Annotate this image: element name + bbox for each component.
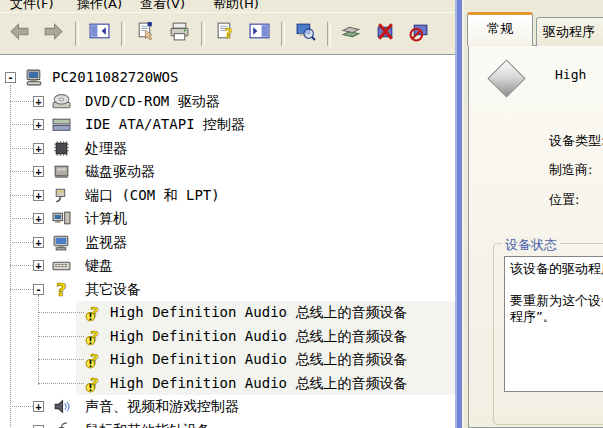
tree-item[interactable]: ?!High Definition Audio 总线上的音频设备 xyxy=(0,348,455,371)
tree-item[interactable]: +DVD/CD-ROM 驱动器 xyxy=(0,90,455,113)
tree-item[interactable]: -?其它设备 xyxy=(0,278,455,301)
tree-item-label: High Definition Audio 总线上的音频设备 xyxy=(110,325,407,348)
tree-item-label: IDE ATA/ATAPI 控制器 xyxy=(85,113,245,136)
tree-connector xyxy=(10,101,33,103)
menu-item[interactable]: 帮助(H) xyxy=(213,0,259,12)
expand-toggle[interactable]: + xyxy=(33,213,44,224)
question-exclaim-icon: ?! xyxy=(84,327,103,346)
disk-drive-icon xyxy=(52,162,71,181)
status-line: 程序”。 xyxy=(510,309,603,325)
tree-connector xyxy=(38,312,84,314)
expand-toggle[interactable]: + xyxy=(33,260,44,271)
status-line: 要重新为这个设备安装驱动程序，请单击“重新安装驱动 xyxy=(510,293,603,309)
collapse-toggle[interactable]: - xyxy=(5,72,16,83)
tab-general[interactable]: 常规 xyxy=(467,12,533,46)
menu-item[interactable]: 查看(V) xyxy=(140,0,185,12)
expand-toggle[interactable]: + xyxy=(33,119,44,130)
monitor-icon xyxy=(52,233,71,252)
svg-text:?: ? xyxy=(56,280,66,299)
tree-connector xyxy=(10,171,33,173)
expand-toggle[interactable]: + xyxy=(33,190,44,201)
speaker-icon xyxy=(52,397,71,416)
tree-item[interactable]: ?!High Definition Audio 总线上的音频设备 xyxy=(0,372,455,395)
properties-dialog: 驱动程序 常规 High 设备类型: 制造商: 位置: 设备状态 该设备的驱动程… xyxy=(455,0,603,428)
toolbar-separator xyxy=(327,22,331,46)
tree-item[interactable]: -PC2011082720WOS xyxy=(0,66,455,89)
toolbar-separator xyxy=(121,22,125,46)
tree-item-label: 其它设备 xyxy=(85,278,141,301)
tree-connector xyxy=(10,289,33,291)
tree-connector xyxy=(38,359,84,361)
scan-hardware-changes-button[interactable] xyxy=(291,21,319,47)
tree-item[interactable]: +端口 (COM 和 LPT) xyxy=(0,184,455,207)
uninstall-button[interactable] xyxy=(371,21,399,47)
show-console-tree-button[interactable] xyxy=(85,21,113,47)
device-manager-window: 文件(F)操作(A)查看(V)帮助(H) ? -PC2011082720WOS+… xyxy=(0,0,603,428)
tree-connector xyxy=(10,195,33,197)
tree-item[interactable]: +IDE ATA/ATAPI 控制器 xyxy=(0,113,455,136)
tree-item-label: 磁盘驱动器 xyxy=(85,160,155,183)
tree-item-label: DVD/CD-ROM 驱动器 xyxy=(85,90,220,113)
tree-item[interactable]: +键盘 xyxy=(0,254,455,277)
print-button[interactable] xyxy=(165,21,193,47)
menu-item[interactable]: 操作(A) xyxy=(77,0,122,12)
tree-item[interactable]: +磁盘驱动器 xyxy=(0,160,455,183)
tree-item-label: 端口 (COM 和 LPT) xyxy=(85,184,220,207)
show-action-pane-button[interactable] xyxy=(245,21,273,47)
uninstall-icon xyxy=(375,21,396,46)
tree-item-label: PC2011082720WOS xyxy=(52,66,178,89)
disable-button[interactable] xyxy=(405,21,433,47)
tree-connector xyxy=(10,148,33,150)
question-exclaim-icon: ?! xyxy=(84,374,103,393)
tree-connector xyxy=(38,336,84,338)
tree-item-label: High Definition Audio 总线上的音频设备 xyxy=(110,372,407,395)
toolbar-separator xyxy=(75,22,79,46)
tree-connector xyxy=(38,383,84,385)
collapse-toggle[interactable]: - xyxy=(33,284,44,295)
device-tree: -PC2011082720WOS+DVD/CD-ROM 驱动器+IDE ATA/… xyxy=(0,54,455,428)
port-icon xyxy=(52,186,71,205)
tree-item-label: 键盘 xyxy=(85,254,113,277)
location-label: 位置: xyxy=(549,191,579,209)
device-name: High xyxy=(555,67,586,82)
tree-item[interactable]: ?!High Definition Audio 总线上的音频设备 xyxy=(0,325,455,348)
tree-connector xyxy=(10,265,33,267)
tree-item-label: 声音、视频和游戏控制器 xyxy=(85,395,239,418)
svg-text:!: ! xyxy=(88,358,92,369)
dialog-border xyxy=(462,0,464,428)
svg-text:?: ? xyxy=(224,25,232,41)
tree-item[interactable]: +声音、视频和游戏控制器 xyxy=(0,395,455,418)
toolbar-separator xyxy=(281,22,285,46)
device-status-text[interactable]: 该设备的驱动程序未被安装。(代码 28) 要重新为这个设备安装驱动程序，请单击“… xyxy=(504,256,603,392)
status-line: 该设备的驱动程序未被安装。(代码 28) xyxy=(510,261,603,277)
properties-button[interactable] xyxy=(131,21,159,47)
back-button[interactable] xyxy=(5,21,33,47)
tree-item[interactable]: +鼠标和其他指针设备 xyxy=(0,419,455,428)
tree-item[interactable]: +处理器 xyxy=(0,137,455,160)
ide-controller-icon xyxy=(52,115,71,134)
help-button[interactable]: ? xyxy=(211,21,239,47)
expand-toggle[interactable]: + xyxy=(33,166,44,177)
mouse-icon xyxy=(52,421,71,428)
menu-item[interactable]: 文件(F) xyxy=(10,0,54,12)
tree-item[interactable]: +计算机 xyxy=(0,207,455,230)
expand-toggle[interactable]: + xyxy=(33,143,44,154)
expand-toggle[interactable]: + xyxy=(33,401,44,412)
tab-general-label: 常规 xyxy=(487,21,513,36)
expand-toggle[interactable]: + xyxy=(33,237,44,248)
expand-toggle[interactable]: + xyxy=(33,96,44,107)
help-icon: ? xyxy=(215,21,236,46)
tree-item-label: 处理器 xyxy=(85,137,127,160)
tree-item-label: 计算机 xyxy=(85,207,127,230)
tab-driver[interactable]: 驱动程序 xyxy=(536,17,603,46)
tree-item[interactable]: +监视器 xyxy=(0,231,455,254)
status-line xyxy=(510,277,603,293)
forward-button[interactable] xyxy=(39,21,67,47)
tree-item[interactable]: ?!High Definition Audio 总线上的音频设备 xyxy=(0,301,455,324)
tree-item-label: 监视器 xyxy=(85,231,127,254)
update-driver-icon xyxy=(341,21,362,46)
processor-icon xyxy=(52,139,71,158)
question-exclaim-icon: ?! xyxy=(84,350,103,369)
update-driver-button[interactable] xyxy=(337,21,365,47)
tree-connector xyxy=(10,242,33,244)
